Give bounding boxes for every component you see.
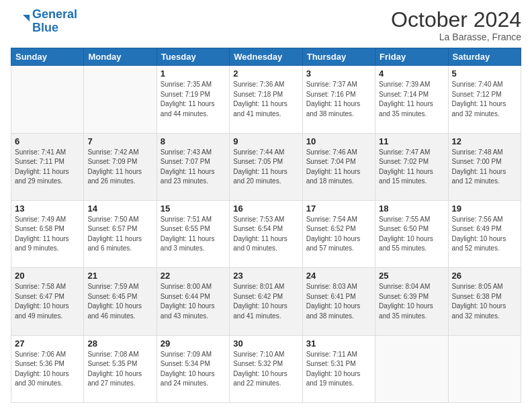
day-info: Sunrise: 7:10 AM Sunset: 5:32 PM Dayligh… — [233, 350, 298, 389]
day-number: 23 — [233, 271, 298, 281]
calendar-week-row: 1Sunrise: 7:35 AM Sunset: 7:19 PM Daylig… — [11, 66, 521, 133]
calendar-week-row: 27Sunrise: 7:06 AM Sunset: 5:36 PM Dayli… — [11, 335, 521, 402]
calendar-header-monday: Monday — [84, 48, 157, 66]
day-info: Sunrise: 8:04 AM Sunset: 6:39 PM Dayligh… — [379, 282, 444, 321]
calendar-cell: 6Sunrise: 7:41 AM Sunset: 7:11 PM Daylig… — [11, 133, 84, 200]
calendar-cell: 15Sunrise: 7:51 AM Sunset: 6:55 PM Dayli… — [157, 200, 229, 267]
calendar-cell: 2Sunrise: 7:36 AM Sunset: 7:18 PM Daylig… — [230, 66, 302, 133]
calendar-cell: 22Sunrise: 8:00 AM Sunset: 6:44 PM Dayli… — [157, 268, 229, 335]
calendar-header-wednesday: Wednesday — [230, 48, 302, 66]
calendar-cell: 13Sunrise: 7:49 AM Sunset: 6:58 PM Dayli… — [11, 200, 84, 267]
logo-general: General — [32, 7, 77, 21]
day-number: 1 — [161, 68, 226, 79]
day-number: 11 — [379, 136, 444, 146]
day-number: 18 — [379, 203, 444, 214]
logo-text: General Blue — [32, 8, 77, 35]
day-info: Sunrise: 7:42 AM Sunset: 7:09 PM Dayligh… — [87, 148, 152, 187]
calendar-cell: 1Sunrise: 7:35 AM Sunset: 7:19 PM Daylig… — [157, 66, 229, 133]
calendar-cell: 16Sunrise: 7:53 AM Sunset: 6:54 PM Dayli… — [230, 200, 302, 267]
calendar-header-sunday: Sunday — [11, 48, 84, 66]
calendar-cell — [84, 66, 157, 133]
calendar-cell: 19Sunrise: 7:56 AM Sunset: 6:49 PM Dayli… — [448, 200, 521, 267]
day-number: 10 — [306, 136, 371, 146]
day-info: Sunrise: 7:49 AM Sunset: 6:58 PM Dayligh… — [15, 215, 80, 254]
calendar-cell: 31Sunrise: 7:11 AM Sunset: 5:31 PM Dayli… — [302, 335, 375, 402]
day-info: Sunrise: 7:59 AM Sunset: 6:45 PM Dayligh… — [87, 282, 152, 321]
subtitle: La Barasse, France — [391, 32, 521, 42]
day-number: 20 — [15, 271, 80, 281]
calendar-cell: 27Sunrise: 7:06 AM Sunset: 5:36 PM Dayli… — [11, 335, 84, 402]
page: General Blue October 2024 La Barasse, Fr… — [0, 0, 532, 411]
day-info: Sunrise: 8:00 AM Sunset: 6:44 PM Dayligh… — [161, 282, 226, 321]
day-number: 9 — [233, 136, 298, 146]
day-info: Sunrise: 7:47 AM Sunset: 7:02 PM Dayligh… — [379, 148, 444, 187]
logo: General Blue — [11, 8, 77, 35]
calendar-cell: 14Sunrise: 7:50 AM Sunset: 6:57 PM Dayli… — [84, 200, 157, 267]
day-info: Sunrise: 7:51 AM Sunset: 6:55 PM Dayligh… — [161, 215, 226, 254]
day-number: 6 — [15, 136, 80, 146]
day-number: 8 — [161, 136, 226, 146]
calendar-header-thursday: Thursday — [302, 48, 375, 66]
day-info: Sunrise: 7:06 AM Sunset: 5:36 PM Dayligh… — [15, 350, 80, 389]
day-info: Sunrise: 7:55 AM Sunset: 6:50 PM Dayligh… — [379, 215, 444, 254]
day-number: 25 — [379, 271, 444, 281]
day-number: 16 — [233, 203, 298, 214]
day-info: Sunrise: 7:48 AM Sunset: 7:00 PM Dayligh… — [452, 148, 517, 187]
calendar-cell: 29Sunrise: 7:09 AM Sunset: 5:34 PM Dayli… — [157, 335, 229, 402]
day-number: 29 — [161, 338, 226, 349]
day-number: 28 — [87, 338, 152, 349]
calendar-cell — [375, 335, 448, 402]
header: General Blue October 2024 La Barasse, Fr… — [11, 8, 521, 42]
calendar-cell: 26Sunrise: 8:05 AM Sunset: 6:38 PM Dayli… — [448, 268, 521, 335]
calendar-cell: 30Sunrise: 7:10 AM Sunset: 5:32 PM Dayli… — [230, 335, 302, 402]
calendar-header-tuesday: Tuesday — [157, 48, 229, 66]
logo-blue: Blue — [32, 21, 58, 34]
day-number: 24 — [306, 271, 371, 281]
day-info: Sunrise: 7:44 AM Sunset: 7:05 PM Dayligh… — [233, 148, 298, 187]
calendar-cell: 24Sunrise: 8:03 AM Sunset: 6:41 PM Dayli… — [302, 268, 375, 335]
day-number: 12 — [452, 136, 517, 146]
day-info: Sunrise: 7:08 AM Sunset: 5:35 PM Dayligh… — [87, 350, 152, 389]
calendar-cell: 4Sunrise: 7:39 AM Sunset: 7:14 PM Daylig… — [375, 66, 448, 133]
day-info: Sunrise: 7:36 AM Sunset: 7:18 PM Dayligh… — [233, 80, 298, 119]
day-info: Sunrise: 8:03 AM Sunset: 6:41 PM Dayligh… — [306, 282, 371, 321]
calendar-cell: 9Sunrise: 7:44 AM Sunset: 7:05 PM Daylig… — [230, 133, 302, 200]
calendar-week-row: 20Sunrise: 7:58 AM Sunset: 6:47 PM Dayli… — [11, 268, 521, 335]
day-number: 19 — [452, 203, 517, 214]
calendar-cell: 3Sunrise: 7:37 AM Sunset: 7:16 PM Daylig… — [302, 66, 375, 133]
day-info: Sunrise: 7:41 AM Sunset: 7:11 PM Dayligh… — [15, 148, 80, 187]
title-block: October 2024 La Barasse, France — [391, 8, 521, 42]
day-number: 15 — [161, 203, 226, 214]
day-number: 22 — [161, 271, 226, 281]
calendar-cell: 21Sunrise: 7:59 AM Sunset: 6:45 PM Dayli… — [84, 268, 157, 335]
day-info: Sunrise: 7:53 AM Sunset: 6:54 PM Dayligh… — [233, 215, 298, 254]
day-info: Sunrise: 7:39 AM Sunset: 7:14 PM Dayligh… — [379, 80, 444, 119]
day-number: 26 — [452, 271, 517, 281]
day-info: Sunrise: 7:43 AM Sunset: 7:07 PM Dayligh… — [161, 148, 226, 187]
calendar-header-saturday: Saturday — [448, 48, 521, 66]
day-number: 2 — [233, 68, 298, 79]
day-info: Sunrise: 7:11 AM Sunset: 5:31 PM Dayligh… — [306, 350, 371, 389]
calendar-cell: 23Sunrise: 8:01 AM Sunset: 6:42 PM Dayli… — [230, 268, 302, 335]
calendar-cell: 28Sunrise: 7:08 AM Sunset: 5:35 PM Dayli… — [84, 335, 157, 402]
logo-icon — [11, 12, 30, 31]
calendar-cell: 12Sunrise: 7:48 AM Sunset: 7:00 PM Dayli… — [448, 133, 521, 200]
calendar-week-row: 13Sunrise: 7:49 AM Sunset: 6:58 PM Dayli… — [11, 200, 521, 267]
day-number: 21 — [87, 271, 152, 281]
day-info: Sunrise: 8:05 AM Sunset: 6:38 PM Dayligh… — [452, 282, 517, 321]
day-number: 7 — [87, 136, 152, 146]
day-number: 14 — [87, 203, 152, 214]
calendar-cell: 11Sunrise: 7:47 AM Sunset: 7:02 PM Dayli… — [375, 133, 448, 200]
calendar-header-friday: Friday — [375, 48, 448, 66]
day-info: Sunrise: 7:35 AM Sunset: 7:19 PM Dayligh… — [161, 80, 226, 119]
day-number: 30 — [233, 338, 298, 349]
calendar-cell: 8Sunrise: 7:43 AM Sunset: 7:07 PM Daylig… — [157, 133, 229, 200]
calendar-week-row: 6Sunrise: 7:41 AM Sunset: 7:11 PM Daylig… — [11, 133, 521, 200]
calendar-cell — [11, 66, 84, 133]
calendar-cell: 5Sunrise: 7:40 AM Sunset: 7:12 PM Daylig… — [448, 66, 521, 133]
day-number: 5 — [452, 68, 517, 79]
day-info: Sunrise: 7:56 AM Sunset: 6:49 PM Dayligh… — [452, 215, 517, 254]
day-info: Sunrise: 7:37 AM Sunset: 7:16 PM Dayligh… — [306, 80, 371, 119]
main-title: October 2024 — [391, 8, 521, 32]
day-info: Sunrise: 7:58 AM Sunset: 6:47 PM Dayligh… — [15, 282, 80, 321]
